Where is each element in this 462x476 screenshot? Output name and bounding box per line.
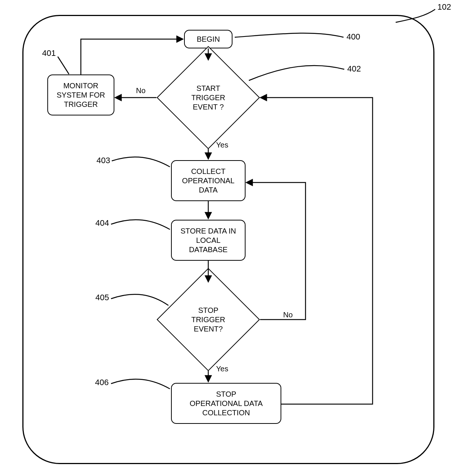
node-begin-text: BEGIN xyxy=(197,35,220,44)
flowchart-canvas: 102 BEGIN 400 MONITOR SYSTEM FOR TRIGGER… xyxy=(0,0,462,476)
node-collect-text: COLLECT OPERATIONAL DATA xyxy=(182,167,235,195)
node-store: STORE DATA IN LOCAL DATABASE xyxy=(171,220,246,261)
ref-401: 401 xyxy=(42,48,56,58)
node-stop-trigger-text: STOP TRIGGER EVENT? xyxy=(191,306,225,334)
node-collect: COLLECT OPERATIONAL DATA xyxy=(171,160,246,201)
node-start-trigger: START TRIGGER EVENT ? xyxy=(172,61,245,134)
edge-label-yes-1: Yes xyxy=(216,141,228,149)
ref-406: 406 xyxy=(95,378,109,387)
ref-405: 405 xyxy=(95,293,109,302)
ref-404: 404 xyxy=(95,218,109,228)
node-monitor: MONITOR SYSTEM FOR TRIGGER xyxy=(47,74,114,115)
node-stop-trigger: STOP TRIGGER EVENT? xyxy=(172,283,245,356)
frame-ref-label: 102 xyxy=(437,2,451,12)
node-monitor-text: MONITOR SYSTEM FOR TRIGGER xyxy=(57,81,105,109)
ref-400: 400 xyxy=(346,32,360,42)
ref-403: 403 xyxy=(96,156,110,165)
edge-label-yes-2: Yes xyxy=(216,365,228,373)
edge-label-no-1: No xyxy=(136,86,146,95)
edge-label-no-2: No xyxy=(283,311,293,319)
node-stop-collect: STOP OPERATIONAL DATA COLLECTION xyxy=(171,383,281,424)
ref-402: 402 xyxy=(347,64,361,74)
node-store-text: STORE DATA IN LOCAL DATABASE xyxy=(181,226,236,254)
node-stop-collect-text: STOP OPERATIONAL DATA COLLECTION xyxy=(190,390,263,418)
node-start-trigger-text: START TRIGGER EVENT ? xyxy=(191,84,225,112)
